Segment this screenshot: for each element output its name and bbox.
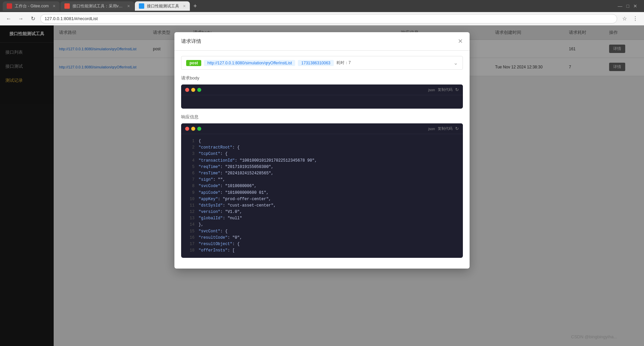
request-body-code-block: json 复制代码 ↻ xyxy=(181,84,463,109)
modal-body: post http://127.0.0.1:8080/simulation/qr… xyxy=(174,51,470,269)
dot-green-1 xyxy=(197,88,201,92)
tab-tool-gitee-close[interactable]: × xyxy=(127,3,130,9)
response-copy-code-button[interactable]: 复制代码 xyxy=(438,126,452,131)
line-num: 4 xyxy=(186,158,195,164)
line-content: { xyxy=(199,138,458,145)
tool-icon xyxy=(139,3,144,9)
refresh-icon[interactable]: ↻ xyxy=(455,87,459,92)
line-num: 8 xyxy=(186,183,195,189)
navigation-bar: ← → ↻ 127.0.0.1:8081/#/recordList ☆ ⋮ xyxy=(0,12,644,25)
back-button[interactable]: ← xyxy=(4,14,13,23)
refresh-button[interactable]: ↻ xyxy=(28,14,38,23)
response-content: 1{2 "contractRoot": {3 "tcpCont": {4 "tr… xyxy=(181,134,463,258)
line-content: "apiCode": "101008000600 01", xyxy=(199,190,458,196)
code-line-17: 17 "resultObject": { xyxy=(186,241,458,247)
expand-button[interactable]: ⌄ xyxy=(453,60,458,66)
dot-yellow-2 xyxy=(191,127,195,131)
request-info-bar: post http://127.0.0.1:8080/simulation/qr… xyxy=(181,56,463,70)
tab-tool-gitee-title: 接口性能测试工具：采用vue3实... xyxy=(72,3,123,9)
response-json-format-button[interactable]: json xyxy=(428,127,435,131)
copy-code-button[interactable]: 复制代码 xyxy=(438,87,452,92)
tab-tool[interactable]: 接口性能测试工具 × xyxy=(135,1,190,11)
modal-close-button[interactable]: ✕ xyxy=(458,38,463,45)
line-content: "resultCode": "0", xyxy=(199,235,458,241)
json-format-button[interactable]: json xyxy=(428,88,435,92)
line-content: "reqTime": "20171019155050300", xyxy=(199,164,458,170)
duration-value: 7 xyxy=(348,60,351,65)
code-line-16: 16 "resultCode": "0", xyxy=(186,235,458,241)
code-line-8: 8 "svcCode": "1010080006", xyxy=(186,183,458,189)
line-num: 12 xyxy=(186,209,195,215)
new-tab-button[interactable]: + xyxy=(191,1,200,11)
code-line-4: 4 "transactionId": "10010001012017022512… xyxy=(186,158,458,164)
line-content: "resultObject": { xyxy=(199,241,458,247)
code-line-5: 5 "reqTime": "20171019155050300", xyxy=(186,164,458,170)
line-content: "offerInsts": [ xyxy=(199,247,458,254)
gitee-icon xyxy=(7,3,12,9)
address-text: 127.0.0.1:8081/#/recordList xyxy=(45,16,98,21)
dot-red-2 xyxy=(185,127,189,131)
code-line-7: 7 "sign": "", xyxy=(186,177,458,183)
g-icon xyxy=(64,3,70,9)
line-num: 1 xyxy=(186,138,195,145)
duration-label: 耗时： xyxy=(336,60,348,65)
csdn-watermark: CSDN @bingbingyiha... xyxy=(571,334,617,339)
browser-chrome: 工作台 - Gitee.com × 接口性能测试工具：采用vue3实... × … xyxy=(0,0,644,25)
dot-yellow-1 xyxy=(191,88,195,92)
close-button[interactable]: ✕ xyxy=(632,3,639,9)
line-content: "svcCont": { xyxy=(199,228,458,235)
code-line-10: 10 "appKey": "prod-offer-center", xyxy=(186,196,458,203)
forward-button[interactable]: → xyxy=(16,14,25,23)
request-body-content xyxy=(181,95,463,109)
line-num: 16 xyxy=(186,235,195,241)
response-refresh-icon[interactable]: ↻ xyxy=(455,126,459,131)
line-num: 15 xyxy=(186,228,195,235)
response-actions: json 复制代码 ↻ xyxy=(428,126,459,131)
response-header: json 复制代码 ↻ xyxy=(181,123,463,134)
settings-button[interactable]: ⋮ xyxy=(631,14,640,23)
tab-gitee[interactable]: 工作台 - Gitee.com × xyxy=(3,1,60,11)
modal-overlay[interactable]: 请求详情 ✕ post http://127.0.0.1:8080/simula… xyxy=(0,25,644,346)
line-content: "dstSysId": "cust-asset-center", xyxy=(199,203,458,209)
address-bar[interactable]: 127.0.0.1:8081/#/recordList xyxy=(40,14,617,23)
modal-header: 请求详情 ✕ xyxy=(174,32,470,51)
code-line-15: 15 "svcCont": { xyxy=(186,228,458,235)
line-num: 6 xyxy=(186,170,195,177)
line-content: "appKey": "prod-offer-center", xyxy=(199,196,458,203)
window-controls: — □ ✕ xyxy=(614,3,641,9)
request-body-actions: json 复制代码 ↻ xyxy=(428,87,459,92)
code-line-14: 14 }, xyxy=(186,222,458,228)
method-badge: post xyxy=(186,60,201,66)
response-title: 响应信息 xyxy=(181,114,463,120)
minimize-button[interactable]: — xyxy=(616,3,624,9)
code-line-9: 9 "apiCode": "101008000600 01", xyxy=(186,190,458,196)
timestamp-badge: 1731386310063 xyxy=(298,60,334,66)
request-detail-modal: 请求详情 ✕ post http://127.0.0.1:8080/simula… xyxy=(174,32,470,269)
dot-green-2 xyxy=(197,127,201,131)
tab-tool-title: 接口性能测试工具 xyxy=(147,3,179,9)
line-content: "svcCode": "1010080006", xyxy=(199,183,458,189)
code-line-2: 2 "contractRoot": { xyxy=(186,145,458,151)
line-num: 5 xyxy=(186,164,195,170)
code-line-12: 12 "version": "V1.0", xyxy=(186,209,458,215)
bookmark-button[interactable]: ☆ xyxy=(620,14,629,23)
line-num: 9 xyxy=(186,190,195,196)
line-num: 14 xyxy=(186,222,195,228)
line-num: 10 xyxy=(186,196,195,203)
line-content: "resTime": "20241024152428565", xyxy=(199,170,458,177)
line-content: "transactionId": "1001000101201702251234… xyxy=(199,158,458,164)
code-line-3: 3 "tcpCont": { xyxy=(186,151,458,157)
tab-tool-close[interactable]: × xyxy=(183,3,186,9)
line-num: 18 xyxy=(186,247,195,254)
line-content: "contractRoot": { xyxy=(199,145,458,151)
line-num: 3 xyxy=(186,151,195,157)
line-num: 2 xyxy=(186,145,195,151)
request-body-title: 请求body xyxy=(181,75,463,81)
line-content: "version": "V1.0", xyxy=(199,209,458,215)
line-num: 7 xyxy=(186,177,195,183)
tab-tool-gitee[interactable]: 接口性能测试工具：采用vue3实... × xyxy=(60,1,134,11)
line-content: "globalId": "null" xyxy=(199,215,458,222)
response-code-block: json 复制代码 ↻ 1{2 "contractRoot": {3 "tcpC… xyxy=(181,123,463,258)
maximize-button[interactable]: □ xyxy=(625,3,631,9)
tab-gitee-close[interactable]: × xyxy=(53,3,55,9)
